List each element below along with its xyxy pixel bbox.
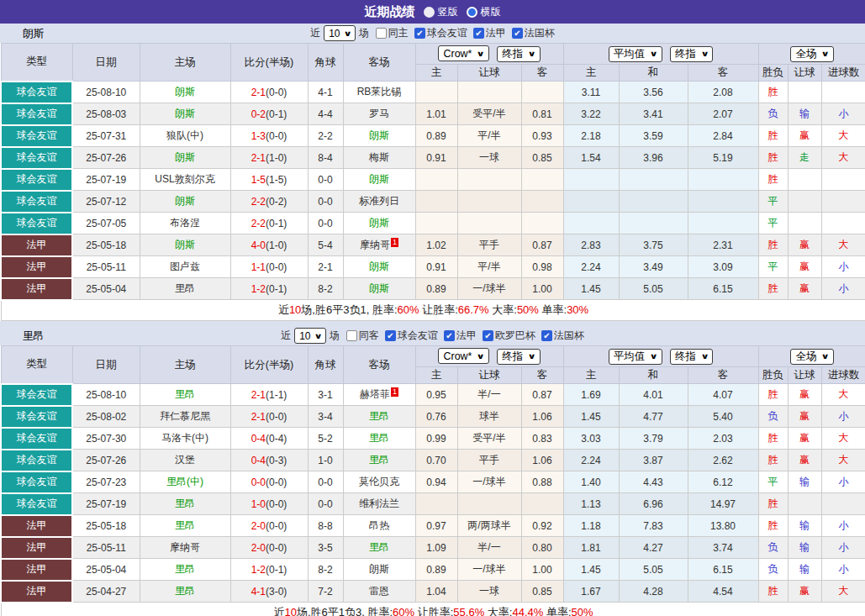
home-team-cell: 里昂 [140,515,230,537]
checkbox-checked-icon[interactable]: ✔ [444,330,455,341]
match-date: 25-08-10 [72,384,140,406]
away-odds-cell [521,191,563,213]
average-select[interactable]: 平均值∨ [609,349,662,365]
match-type-badge: 球会友谊 [1,406,72,428]
home-team-cell: 朗斯 [140,147,230,169]
handicap-result-cell: 输 [788,471,821,493]
away-odds-cell: 0.85 [521,147,563,169]
filter-checkbox[interactable]: ✔欧罗巴杯 [483,329,535,343]
layout-option-vertical[interactable]: 竖版 [424,5,458,19]
avg-away-cell: 6.15 [688,559,758,581]
filter-checkbox[interactable]: ✔球会友谊 [414,26,467,40]
filter-checkbox[interactable]: ✔球会友谊 [385,329,438,343]
header-group-row: 类型 日期 主场 比分(半场) 角球 客场 Crow*∨ 终指∨ 平均值∨ 终指… [1,44,865,65]
filter-checkbox[interactable]: 同客 [346,329,379,343]
match-type-badge: 法甲 [1,537,72,559]
odds-company-select[interactable]: Crow*∨ [438,348,488,364]
handicap-cell: 一球 [457,581,521,603]
filter-checkbox[interactable]: ✔法国杯 [541,329,584,343]
score-cell: 1-2(0-1) [230,278,308,300]
checkbox-checked-icon[interactable]: ✔ [414,28,425,39]
goals-result-cell: 大 [821,147,865,169]
matches-count-select[interactable]: 10∨ [324,25,356,41]
match-row: 球会友谊25-07-23里昂(中)0-0(0-0)0-0莫伦贝克0.94一/球半… [1,471,865,493]
red-card-badge: 1 [391,387,398,397]
home-team-cell: 汉堡 [140,450,230,471]
checkbox-checked-icon[interactable]: ✔ [473,28,484,39]
checkbox-unchecked-icon[interactable] [346,330,357,341]
match-date: 25-08-03 [72,103,140,125]
match-date: 25-05-18 [72,515,140,537]
handicap-result-cell: 赢 [788,234,821,256]
match-row: 球会友谊25-08-03朗斯0-2(0-1)4-4罗马1.01受平/半0.813… [1,103,865,125]
odds-stage-select[interactable]: 终指∨ [497,46,540,62]
matches-count-select[interactable]: 10∨ [294,328,326,344]
home-team-cell: 朗斯 [140,234,230,256]
home-team-cell: 里昂 [140,278,230,300]
avg-home-cell [563,213,619,234]
red-card-badge: 1 [391,238,398,247]
away-odds-cell [521,493,563,515]
avg-draw-cell: 3.96 [619,147,688,169]
match-row: 球会友谊25-07-19里昂1-0(0-0)0-0维利法兰1.136.9614.… [1,493,865,515]
team-name: 朗斯 [23,27,44,41]
goals-result-cell [821,82,865,103]
filter-checkbox[interactable]: ✔法国杯 [512,26,555,40]
filter-checkbox[interactable]: ✔法甲 [444,329,477,343]
away-team-cell: 雷恩 [343,581,415,603]
checkbox-checked-icon[interactable]: ✔ [541,330,552,341]
checkbox-checked-icon[interactable]: ✔ [385,330,396,341]
filter-checkbox[interactable]: ✔法甲 [473,26,506,40]
filter-checkbox[interactable]: 同主 [376,26,409,40]
result-cell: 平 [758,256,788,278]
radio-unchecked-icon[interactable] [424,7,435,18]
away-team-cell: 莫伦贝克 [343,471,415,493]
checkbox-label: 球会友谊 [398,329,438,343]
checkbox-unchecked-icon[interactable] [376,28,387,39]
avg-home-cell: 2.24 [563,256,619,278]
fulltime-select[interactable]: 全场∨ [790,46,833,62]
col-corners: 角球 [308,44,343,82]
chevron-down-icon: ∨ [821,352,830,361]
goals-result-cell: 小 [821,559,865,581]
away-team-cell: 朗斯 [343,278,415,300]
odds-company-select[interactable]: Crow*∨ [438,45,488,61]
goals-result-cell [821,213,865,234]
match-row: 法甲25-05-04里昂1-2(0-1)8-2朗斯0.89一/球半1.001.4… [1,559,865,581]
fulltime-select[interactable]: 全场∨ [790,349,833,365]
checkbox-checked-icon[interactable]: ✔ [483,330,493,341]
layout-option-horizontal[interactable]: 横版 [467,5,501,19]
average-stage-select[interactable]: 终指∨ [670,349,713,365]
radio-label-vertical: 竖版 [438,5,458,19]
summary-row: 近10场,胜6平3负1, 胜率:60% 让胜率:66.7% 大率:50% 单率:… [1,300,865,321]
header-group-row: 类型 日期 主场 比分(半场) 角球 客场 Crow*∨ 终指∨ 平均值∨ 终指… [1,346,865,367]
checkbox-checked-icon[interactable]: ✔ [512,28,523,39]
match-date: 25-05-18 [72,234,140,256]
home-odds-cell: 1.09 [415,537,457,559]
section-lyon: 里昂 近 10∨ 场 同客✔球会友谊✔法甲✔欧罗巴杯✔法国杯 类型 日期 主场 … [0,326,865,616]
radio-checked-icon[interactable] [467,7,477,18]
odds-stage-select[interactable]: 终指∨ [497,349,540,365]
match-row: 球会友谊25-08-10朗斯2-1(0-0)4-1RB莱比锡3.113.562.… [1,82,865,103]
away-odds-cell [521,213,563,234]
average-stage-select[interactable]: 终指∨ [670,46,713,62]
average-select[interactable]: 平均值∨ [609,46,662,62]
home-odds-cell: 1.04 [415,581,457,603]
avg-away-cell: 2.07 [688,103,758,125]
odds-group-header: Crow*∨ 终指∨ [415,346,563,367]
score-cell: 2-1(0-0) [230,82,308,103]
avg-draw-cell: 3.87 [619,450,688,471]
corners-cell: 3-4 [308,406,343,428]
col-date: 日期 [72,44,140,82]
handicap-result-cell [788,213,821,234]
away-team-cell: 标准列日 [343,191,415,213]
handicap-result-cell: 赢 [788,125,821,147]
home-odds-cell: 0.70 [415,450,457,471]
handicap-result-cell: 赢 [788,278,821,300]
avg-home-cell: 1.40 [563,471,619,493]
result-cell: 胜 [758,384,788,406]
match-row: 法甲25-04-27里昂4-1(3-0)7-2雷恩1.04一球0.851.674… [1,581,865,603]
score-cell: 2-2(0-1) [230,213,308,234]
handicap-cell: 球半 [457,406,521,428]
match-row: 法甲25-05-11图卢兹1-1(0-0)2-1朗斯0.91平/半0.982.2… [1,256,865,278]
